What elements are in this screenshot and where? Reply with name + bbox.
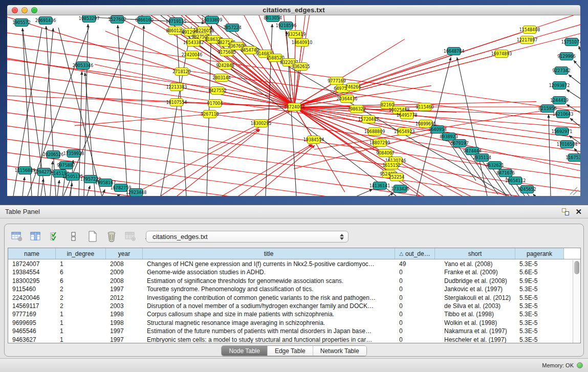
network-node[interactable]: 7632621 <box>486 162 504 169</box>
column-header-short[interactable]: short <box>435 248 515 259</box>
network-node[interactable]: 9115460 <box>416 103 434 111</box>
network-node[interactable]: 20691436 <box>35 17 56 25</box>
network-node[interactable]: 1527602 <box>108 16 126 24</box>
network-node[interactable]: 18807299 <box>369 139 390 147</box>
network-node[interactable]: 9245652 <box>518 186 536 193</box>
network-window-titlebar[interactable]: citations_edges.txt <box>7 5 580 15</box>
network-node[interactable]: 18640910 <box>292 39 313 47</box>
network-node[interactable]: 16033809 <box>202 16 223 24</box>
network-node[interactable]: 1733426 <box>391 185 409 193</box>
network-node[interactable]: 12093872 <box>549 82 570 90</box>
zoom-window-icon[interactable] <box>31 7 37 13</box>
network-node[interactable]: 8427552 <box>208 87 227 95</box>
network-node[interactable]: 9777169 <box>328 77 346 85</box>
network-node[interactable]: 8215956 <box>538 105 557 113</box>
table-row[interactable]: 2242004622012Investigating the contribut… <box>8 294 573 302</box>
table-row[interactable]: 1938455462009Genome-wide association stu… <box>8 268 573 276</box>
table-row[interactable]: 969969511998Structural magnetic resonanc… <box>8 319 573 327</box>
network-node[interactable]: 917004 <box>207 100 223 107</box>
column-header-out_de[interactable]: △out_de… <box>395 248 435 259</box>
tab-node-table[interactable]: Node Table <box>222 346 268 356</box>
network-node[interactable]: 20053346 <box>73 62 94 70</box>
network-canvas[interactable]: 1872400718300295193845548860123891295518… <box>7 15 580 196</box>
table-settings-icon[interactable] <box>11 230 23 243</box>
network-node[interactable]: 9242848 <box>216 62 234 70</box>
network-node[interactable]: 7986322 <box>347 105 366 113</box>
table-row[interactable]: 946362711997Embryonic stem cells: a mode… <box>8 336 573 343</box>
tab-network-table[interactable]: Network Table <box>313 346 366 356</box>
network-node[interactable]: 7857224 <box>223 24 242 32</box>
tab-edge-table[interactable]: Edge Table <box>268 346 313 356</box>
table-row[interactable]: 977716911998Corpus callosum shape and si… <box>8 310 573 318</box>
network-node[interactable]: 9267110 <box>201 111 219 118</box>
network-node[interactable]: 1640954 <box>428 126 447 134</box>
svg-text:15751074: 15751074 <box>561 40 580 45</box>
network-node[interactable]: 15692971 <box>552 128 573 136</box>
column-header-in_degree[interactable]: in_degree <box>56 248 106 259</box>
network-node[interactable]: 746266 <box>345 83 361 91</box>
network-node[interactable]: 16648784 <box>444 48 465 55</box>
network-node[interactable]: 16210643 <box>553 111 574 118</box>
network-node[interactable]: 8471676 <box>496 169 515 177</box>
network-node[interactable]: 16495778 <box>397 112 418 119</box>
network-node[interactable]: 12213383 <box>166 83 187 91</box>
close-panel-icon[interactable]: ✕ <box>575 208 582 215</box>
close-window-icon[interactable] <box>12 7 18 13</box>
network-node[interactable]: 19218596 <box>276 22 297 30</box>
network-node[interactable]: 12923448 <box>126 189 147 196</box>
svg-text:1527602: 1527602 <box>108 17 126 22</box>
network-node[interactable]: 8813054 <box>264 15 282 22</box>
network-node[interactable]: 2718120 <box>172 68 191 76</box>
network-node[interactable]: 17016504 <box>557 141 578 148</box>
table-row[interactable]: 1456911722003Disruption of a novel membe… <box>8 302 573 310</box>
network-node[interactable]: 1905572 <box>12 19 31 27</box>
table-row[interactable]: 1872400712008Changes of HCN gene express… <box>8 260 573 268</box>
table-scrollbar[interactable] <box>573 260 580 343</box>
network-node[interactable]: 20364436 <box>337 95 358 103</box>
network-node[interactable]: 1615152 <box>382 162 401 169</box>
row-height-icon[interactable] <box>68 230 80 243</box>
network-node[interactable]: 10853297 <box>79 15 100 23</box>
network-node[interactable]: 2935114 <box>473 154 491 162</box>
network-node[interactable]: 6679197 <box>450 140 469 147</box>
network-node[interactable]: 6466160 <box>135 16 154 24</box>
network-node[interactable]: 14136141 <box>369 182 390 190</box>
column-header-name[interactable]: name <box>8 248 56 259</box>
network-node[interactable]: 15751074 <box>561 38 580 46</box>
network-node[interactable]: 20206526 <box>43 151 64 159</box>
show-columns-icon[interactable] <box>30 230 42 243</box>
network-node[interactable]: 1167533 <box>565 154 580 162</box>
column-header-title[interactable]: title <box>143 248 395 259</box>
network-node[interactable]: 17359928 <box>63 150 84 158</box>
network-node[interactable]: 9129966 <box>557 53 576 60</box>
network-node[interactable]: 16974893 <box>491 50 512 58</box>
table-row[interactable]: 946554611997Estimation of the future num… <box>8 327 573 335</box>
network-node[interactable]: 252254 <box>389 173 405 181</box>
network-node[interactable]: 9227342 <box>552 67 571 75</box>
network-node[interactable]: 16543382 <box>183 39 204 47</box>
network-node[interactable]: 1244419 <box>550 97 569 104</box>
table-selector-dropdown[interactable]: citations_edges.txt <box>146 231 349 243</box>
network-node[interactable]: 12217897 <box>517 36 538 44</box>
float-panel-icon[interactable] <box>562 208 569 215</box>
svg-text:18640910: 18640910 <box>292 40 313 45</box>
scrollbar-thumb[interactable] <box>574 261 579 274</box>
select-all-columns-icon[interactable] <box>49 230 61 243</box>
network-node[interactable]: 10688809 <box>364 128 385 136</box>
minimize-window-icon[interactable] <box>21 7 28 13</box>
column-header-year[interactable]: year <box>106 248 143 259</box>
delete-rows-icon[interactable] <box>105 230 118 243</box>
network-node[interactable]: 19654923 <box>394 128 415 136</box>
svg-text:15720407: 15720407 <box>358 117 379 122</box>
network-node[interactable]: 18107554 <box>166 99 187 106</box>
network-node[interactable]: 9084067 <box>376 149 395 157</box>
table-row[interactable]: 1830029562008Estimation of significance … <box>8 277 573 285</box>
network-node[interactable]: 18724007 <box>284 103 305 111</box>
column-header-pagerank[interactable]: pagerank <box>515 248 564 259</box>
new-table-icon[interactable] <box>86 230 99 243</box>
network-node[interactable]: 2803144 <box>212 74 231 82</box>
network-node[interactable]: 11156889 <box>15 167 36 174</box>
network-node[interactable]: 1362615 <box>292 63 310 71</box>
table-row[interactable]: 911546021997Tourette syndrome. Phenomeno… <box>8 285 573 293</box>
network-node[interactable]: 9975887 <box>57 162 75 169</box>
